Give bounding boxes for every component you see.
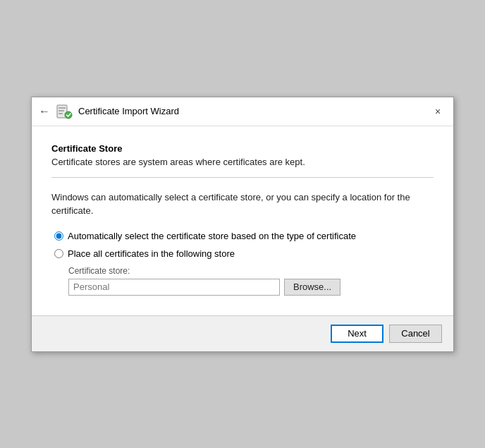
auto-select-label: Automatically select the certificate sto… [68, 231, 356, 241]
close-button[interactable]: × [429, 103, 446, 120]
back-button[interactable]: ← [39, 106, 50, 117]
section-header: Certificate Store Certificate stores are… [51, 143, 434, 167]
intro-text: Windows can automatically select a certi… [51, 190, 434, 218]
divider [51, 177, 434, 178]
title-bar-left: ← Certificate Import Wizard [39, 103, 179, 120]
section-title: Certificate Store [51, 143, 434, 154]
section-description: Certificate stores are system areas wher… [51, 157, 434, 167]
svg-rect-3 [59, 113, 63, 114]
store-input-row: Browse... [68, 279, 434, 296]
browse-button[interactable]: Browse... [284, 279, 340, 296]
svg-rect-2 [59, 110, 64, 111]
certificate-import-wizard-dialog: ← Certificate Import Wizard × Certificat… [31, 97, 454, 352]
store-input[interactable] [68, 279, 280, 296]
manual-select-option[interactable]: Place all certificates in the following … [54, 248, 434, 259]
dialog-body: Certificate Store Certificate stores are… [32, 126, 453, 315]
radio-group: Automatically select the certificate sto… [54, 231, 434, 259]
dialog-footer: Next Cancel [32, 315, 453, 351]
title-bar: ← Certificate Import Wizard × [32, 97, 453, 126]
svg-rect-1 [59, 107, 66, 109]
auto-select-option[interactable]: Automatically select the certificate sto… [54, 231, 434, 241]
svg-point-4 [65, 111, 72, 119]
dialog-title: Certificate Import Wizard [78, 106, 179, 116]
cancel-button[interactable]: Cancel [389, 325, 442, 343]
store-field-label: Certificate store: [68, 266, 434, 276]
manual-select-radio[interactable] [54, 249, 63, 258]
auto-select-radio[interactable] [54, 231, 63, 241]
manual-select-label: Place all certificates in the following … [68, 248, 235, 259]
wizard-icon [56, 103, 73, 120]
next-button[interactable]: Next [331, 325, 383, 343]
